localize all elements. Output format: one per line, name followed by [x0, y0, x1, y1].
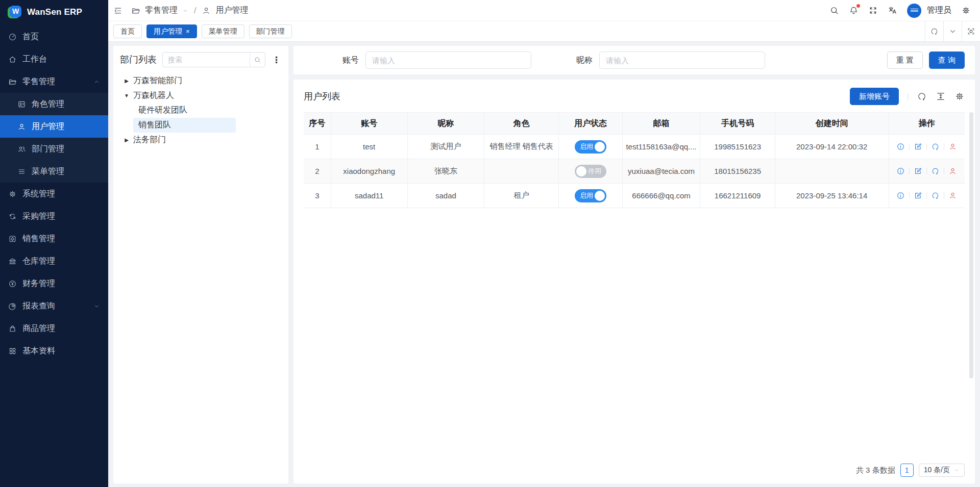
status-toggle[interactable]: 启用: [575, 140, 606, 153]
retail-submenu: 角色管理 用户管理 部门管理 菜单管理: [0, 93, 108, 183]
breadcrumb-parent[interactable]: 零售管理: [145, 5, 178, 16]
detail-info-icon[interactable]: [896, 142, 905, 151]
sidebar-item-label: 销售管理: [22, 234, 55, 244]
tab-home[interactable]: 首页: [113, 24, 142, 38]
delete-user-icon[interactable]: [948, 142, 957, 151]
sidebar-item-users[interactable]: 用户管理: [0, 115, 108, 138]
sidebar-item-products[interactable]: 商品管理: [0, 317, 108, 340]
tree-node-legal-department[interactable]: ▶ 法务部门: [120, 133, 282, 147]
topbar-actions: 管理员: [829, 4, 971, 18]
cell-index: 3: [304, 184, 331, 208]
kebab-menu-icon[interactable]: ⋮: [271, 56, 282, 64]
edit-icon[interactable]: [914, 142, 922, 151]
notifications-button[interactable]: [849, 6, 859, 15]
tab-department-management[interactable]: 部门管理: [249, 24, 292, 38]
reset-password-icon[interactable]: [931, 142, 940, 151]
col-phone: 手机号码: [700, 113, 775, 135]
tree-node-sales-team[interactable]: 销售团队: [120, 118, 282, 133]
sync-icon: [8, 212, 17, 221]
reset-password-icon[interactable]: [931, 167, 940, 175]
delete-user-icon[interactable]: [948, 167, 957, 175]
column-settings-gear-icon[interactable]: [954, 91, 965, 101]
tree-node-hardware-team[interactable]: 硬件研发团队: [120, 103, 282, 118]
reset-password-icon[interactable]: [931, 191, 940, 200]
current-user-name[interactable]: 管理员: [927, 5, 951, 16]
sidebar-item-sales[interactable]: 销售管理: [0, 227, 108, 250]
edit-icon[interactable]: [914, 191, 922, 200]
sidebar-item-label: 报表查询: [22, 301, 55, 312]
collapse-sidebar-icon[interactable]: [113, 6, 122, 15]
cell-email: 666666@qq.com: [622, 184, 700, 208]
add-account-button[interactable]: 新增账号: [850, 88, 899, 105]
sidebar-item-home[interactable]: 首页: [0, 25, 108, 48]
search-icon[interactable]: [829, 6, 839, 15]
refresh-table-icon[interactable]: [917, 91, 927, 101]
sidebar-item-menus[interactable]: 菜单管理: [0, 160, 108, 183]
tab-menu-management[interactable]: 菜单管理: [202, 24, 244, 38]
status-toggle[interactable]: 启用: [575, 189, 606, 202]
department-search: [162, 52, 265, 67]
caret-down-icon[interactable]: ▼: [120, 93, 133, 98]
tab-user-management[interactable]: 用户管理 ×: [146, 24, 197, 38]
detail-info-icon[interactable]: [896, 191, 905, 200]
refresh-tab-button[interactable]: [925, 21, 943, 41]
query-button[interactable]: 查 询: [929, 52, 965, 69]
page-size-select[interactable]: 10 条/页: [919, 464, 965, 477]
scrollbar-thumb[interactable]: [969, 112, 973, 378]
fullscreen-icon[interactable]: [868, 6, 878, 15]
status-label: 启用: [580, 142, 593, 151]
action-divider: [926, 168, 927, 174]
action-divider: [909, 168, 910, 174]
sidebar-item-finance[interactable]: 财务管理: [0, 272, 108, 295]
maximize-content-button[interactable]: [962, 21, 980, 41]
sidebar-item-workbench[interactable]: 工作台: [0, 48, 108, 70]
cell-roles: 销售经理 销售代表: [484, 135, 559, 159]
sidebar-item-label: 仓库管理: [22, 256, 55, 267]
edit-icon[interactable]: [914, 167, 922, 175]
nickname-label: 昵称: [576, 55, 593, 66]
caret-right-icon[interactable]: ▶: [120, 137, 133, 143]
caret-right-icon[interactable]: ▶: [120, 78, 133, 84]
translate-icon[interactable]: [888, 6, 897, 15]
delete-user-icon[interactable]: [948, 191, 957, 200]
detail-info-icon[interactable]: [896, 167, 905, 175]
sidebar-item-label: 用户管理: [32, 121, 64, 132]
sidebar-item-retail[interactable]: 零售管理: [0, 70, 108, 93]
table-scrollbar[interactable]: [969, 112, 973, 487]
department-search-button[interactable]: [250, 53, 265, 67]
sidebar-item-label: 基本资料: [22, 346, 55, 356]
department-search-input[interactable]: [163, 56, 250, 64]
tab-close-icon[interactable]: ×: [186, 28, 190, 35]
sidebar-item-purchasing[interactable]: 采购管理: [0, 205, 108, 227]
sidebar-item-warehouse[interactable]: 仓库管理: [0, 250, 108, 272]
reset-button[interactable]: 重 置: [887, 52, 923, 69]
cell-index: 2: [304, 159, 331, 184]
sidebar-item-departments[interactable]: 部门管理: [0, 138, 108, 160]
col-nickname: 昵称: [407, 113, 484, 135]
settings-gear-icon[interactable]: [961, 6, 971, 15]
avatar[interactable]: [907, 4, 921, 18]
cell-account: test: [331, 135, 407, 159]
status-toggle[interactable]: 停用: [575, 165, 606, 178]
sidebar-item-roles[interactable]: 角色管理: [0, 93, 108, 115]
tree-node-wansen-robot[interactable]: ▼ 万森机器人: [120, 88, 282, 103]
sidebar-item-reports[interactable]: 报表查询: [0, 295, 108, 317]
tab-list-dropdown-button[interactable]: [943, 21, 962, 41]
sidebar-item-system[interactable]: 系统管理: [0, 183, 108, 205]
sidebar-item-basic-data[interactable]: 基本资料: [0, 340, 108, 362]
avatar-image: [911, 9, 918, 12]
pie-chart-icon: [8, 302, 17, 311]
cell-nickname: sadad: [407, 184, 484, 208]
action-divider: [909, 143, 910, 150]
tree-node-wansen-intelligence[interactable]: ▶ 万森智能部门: [120, 73, 282, 88]
logo-icon: W: [8, 6, 21, 19]
tree-node-label: 硬件研发团队: [138, 105, 187, 116]
cell-email: test1158163a@qq....: [622, 135, 700, 159]
page-number-button[interactable]: 1: [900, 464, 914, 477]
chevron-down-icon[interactable]: [182, 8, 188, 14]
department-panel-header: 部门列表 ⋮: [120, 52, 282, 67]
toggle-knob: [595, 142, 605, 152]
account-input[interactable]: [365, 52, 531, 69]
row-height-icon[interactable]: [936, 91, 946, 101]
nickname-input[interactable]: [599, 52, 765, 69]
